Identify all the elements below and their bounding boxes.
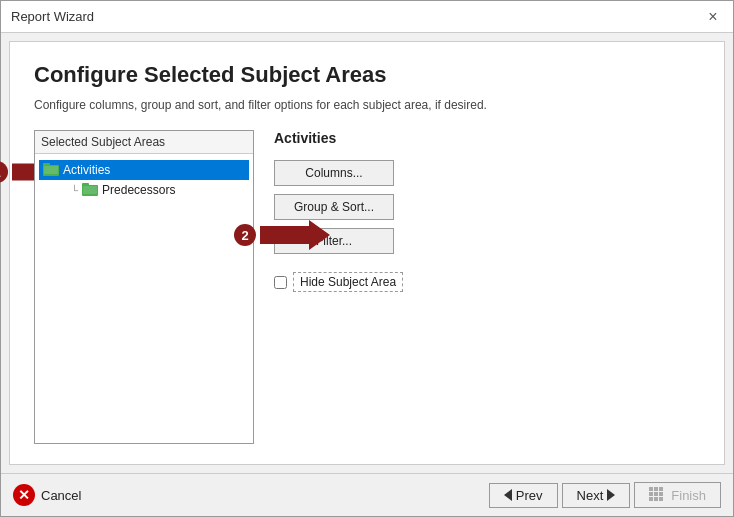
cancel-button[interactable]: Cancel — [41, 488, 81, 503]
right-panel: Activities Columns... Group & Sort... Fi… — [274, 130, 700, 444]
tree-item-activities[interactable]: Activities — [39, 160, 249, 180]
content-area: 1 Selected Subject Areas — [34, 130, 700, 444]
activities-label: Activities — [63, 163, 110, 177]
tree-connector: └ — [71, 185, 78, 196]
cancel-icon[interactable]: ✕ — [13, 484, 35, 506]
next-label: Next — [577, 488, 604, 503]
sub-folder-icon — [82, 182, 98, 198]
badge-1: 1 — [0, 161, 8, 183]
badge-2: 2 — [234, 224, 256, 246]
subject-areas-panel: Selected Subject Areas Activities — [34, 130, 254, 444]
dialog-body: Configure Selected Subject Areas Configu… — [9, 41, 725, 465]
page-subtitle: Configure columns, group and sort, and f… — [34, 98, 700, 112]
arrow-2 — [260, 220, 330, 250]
footer-left: ✕ Cancel — [13, 484, 81, 506]
group-sort-button[interactable]: Group & Sort... — [274, 194, 394, 220]
prev-button[interactable]: Prev — [489, 483, 558, 508]
report-wizard-dialog: Report Wizard × Configure Selected Subje… — [0, 0, 734, 517]
hide-subject-area-checkbox[interactable] — [274, 276, 287, 289]
close-button[interactable]: × — [703, 7, 723, 27]
svg-rect-2 — [44, 166, 58, 174]
panel-header: Selected Subject Areas — [35, 131, 253, 154]
footer: ✕ Cancel Prev Next Finish — [1, 473, 733, 516]
predecessors-label: Predecessors — [102, 183, 175, 197]
folder-icon — [43, 162, 59, 178]
finish-grid-icon — [649, 487, 665, 503]
page-title: Configure Selected Subject Areas — [34, 62, 700, 88]
tree-area: Activities └ Predecessors — [35, 154, 253, 206]
svg-rect-5 — [83, 186, 97, 194]
hide-subject-area-label: Hide Subject Area — [293, 272, 403, 292]
finish-label: Finish — [671, 488, 706, 503]
right-panel-title: Activities — [274, 130, 700, 146]
title-bar: Report Wizard × — [1, 1, 733, 33]
tree-item-predecessors[interactable]: └ Predecessors — [59, 180, 249, 200]
hide-subject-area-row: Hide Subject Area — [274, 272, 700, 292]
annotation-2: 2 — [234, 220, 330, 250]
prev-arrow-icon — [504, 489, 512, 501]
next-arrow-icon — [607, 489, 615, 501]
finish-button: Finish — [634, 482, 721, 508]
footer-right: Prev Next Finish — [489, 482, 721, 508]
prev-label: Prev — [516, 488, 543, 503]
columns-button[interactable]: Columns... — [274, 160, 394, 186]
dialog-title: Report Wizard — [11, 9, 94, 24]
next-button[interactable]: Next — [562, 483, 631, 508]
